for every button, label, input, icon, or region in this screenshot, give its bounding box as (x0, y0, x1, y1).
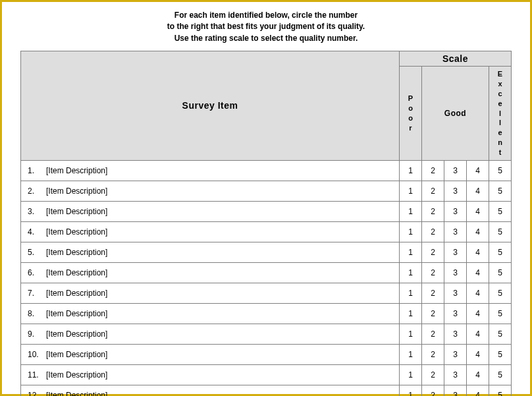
item-number: 9. (28, 329, 46, 339)
rating-cell[interactable]: 1 (400, 303, 422, 324)
item-cell: 8.[Item Description] (21, 303, 400, 324)
rating-cell[interactable]: 4 (467, 364, 489, 385)
item-cell: 4.[Item Description] (21, 221, 400, 242)
rating-cell[interactable]: 2 (422, 262, 444, 283)
instruction-line: Use the rating scale to select the quali… (174, 34, 358, 43)
rating-cell[interactable]: 3 (444, 283, 467, 303)
rating-cell[interactable]: 1 (400, 201, 422, 221)
table-row: 9.[Item Description]12345 (21, 324, 512, 344)
rating-cell[interactable]: 2 (422, 303, 444, 324)
instruction-line: to the right that best fits your judgmen… (167, 22, 365, 31)
rating-cell[interactable]: 3 (444, 385, 467, 396)
rating-cell[interactable]: 3 (444, 242, 467, 262)
rating-cell[interactable]: 4 (467, 201, 489, 221)
rating-cell[interactable]: 5 (489, 262, 512, 283)
rating-cell[interactable]: 5 (489, 344, 512, 364)
rating-cell[interactable]: 2 (422, 160, 444, 181)
rating-cell[interactable]: 4 (467, 283, 489, 303)
rating-cell[interactable]: 3 (444, 160, 467, 181)
rating-cell[interactable]: 2 (422, 221, 444, 242)
table-row: 7.[Item Description]12345 (21, 283, 512, 303)
item-cell: 11.[Item Description] (21, 364, 400, 385)
rating-cell[interactable]: 1 (400, 324, 422, 344)
survey-page: For each item identified below, circle t… (0, 0, 532, 396)
rating-cell[interactable]: 4 (467, 221, 489, 242)
rating-cell[interactable]: 4 (467, 385, 489, 396)
survey-table: Survey Item Scale Poor Good Excellent 1.… (20, 51, 512, 396)
rating-cell[interactable]: 5 (489, 364, 512, 385)
item-description: [Item Description] (46, 350, 107, 359)
item-number: 10. (28, 350, 46, 359)
table-row: 6.[Item Description]12345 (21, 262, 512, 283)
rating-cell[interactable]: 4 (467, 303, 489, 324)
item-description: [Item Description] (46, 391, 107, 396)
instruction-line: For each item identified below, circle t… (174, 11, 358, 20)
rating-cell[interactable]: 2 (422, 181, 444, 201)
table-row: 8.[Item Description]12345 (21, 303, 512, 324)
rating-cell[interactable]: 5 (489, 201, 512, 221)
rating-cell[interactable]: 2 (422, 324, 444, 344)
item-cell: 3.[Item Description] (21, 201, 400, 221)
rating-cell[interactable]: 3 (444, 344, 467, 364)
item-cell: 6.[Item Description] (21, 262, 400, 283)
rating-cell[interactable]: 4 (467, 181, 489, 201)
header-poor-text: Poor (400, 94, 421, 132)
rating-cell[interactable]: 5 (489, 283, 512, 303)
rating-cell[interactable]: 5 (489, 303, 512, 324)
rating-cell[interactable]: 2 (422, 344, 444, 364)
rating-cell[interactable]: 5 (489, 160, 512, 181)
table-row: 10.[Item Description]12345 (21, 344, 512, 364)
item-description: [Item Description] (46, 370, 107, 380)
rating-cell[interactable]: 3 (444, 201, 467, 221)
item-description: [Item Description] (46, 309, 107, 318)
rating-cell[interactable]: 4 (467, 262, 489, 283)
rating-cell[interactable]: 1 (400, 385, 422, 396)
rating-cell[interactable]: 4 (467, 324, 489, 344)
item-description: [Item Description] (46, 186, 107, 196)
item-number: 8. (28, 309, 46, 318)
rating-cell[interactable]: 4 (467, 160, 489, 181)
table-row: 2.[Item Description]12345 (21, 181, 512, 201)
instructions-block: For each item identified below, circle t… (20, 10, 512, 44)
item-description: [Item Description] (46, 248, 107, 257)
rating-cell[interactable]: 1 (400, 364, 422, 385)
item-number: 1. (28, 166, 46, 175)
item-number: 3. (28, 207, 46, 216)
rating-cell[interactable]: 5 (489, 385, 512, 396)
rating-cell[interactable]: 1 (400, 221, 422, 242)
header-scale: Scale (400, 51, 512, 67)
rating-cell[interactable]: 3 (444, 221, 467, 242)
header-good: Good (422, 67, 489, 161)
header-poor: Poor (400, 67, 422, 161)
rating-cell[interactable]: 2 (422, 364, 444, 385)
item-description: [Item Description] (46, 166, 107, 175)
header-excellent: Excellent (489, 67, 512, 161)
rating-cell[interactable]: 1 (400, 242, 422, 262)
item-cell: 12.[Item Description] (21, 385, 400, 396)
rating-cell[interactable]: 1 (400, 262, 422, 283)
rating-cell[interactable]: 1 (400, 160, 422, 181)
item-number: 12. (28, 391, 46, 396)
rating-cell[interactable]: 3 (444, 303, 467, 324)
rating-cell[interactable]: 3 (444, 324, 467, 344)
rating-cell[interactable]: 2 (422, 283, 444, 303)
rating-cell[interactable]: 1 (400, 181, 422, 201)
rating-cell[interactable]: 2 (422, 385, 444, 396)
rating-cell[interactable]: 1 (400, 283, 422, 303)
rating-cell[interactable]: 4 (467, 242, 489, 262)
item-number: 2. (28, 186, 46, 196)
item-description: [Item Description] (46, 289, 107, 298)
rating-cell[interactable]: 3 (444, 364, 467, 385)
rating-cell[interactable]: 2 (422, 242, 444, 262)
rating-cell[interactable]: 4 (467, 344, 489, 364)
rating-cell[interactable]: 2 (422, 201, 444, 221)
rating-cell[interactable]: 5 (489, 221, 512, 242)
rating-cell[interactable]: 5 (489, 242, 512, 262)
rating-cell[interactable]: 5 (489, 181, 512, 201)
item-number: 11. (28, 370, 46, 380)
rating-cell[interactable]: 3 (444, 181, 467, 201)
header-survey-item: Survey Item (21, 51, 400, 161)
rating-cell[interactable]: 1 (400, 344, 422, 364)
rating-cell[interactable]: 5 (489, 324, 512, 344)
rating-cell[interactable]: 3 (444, 262, 467, 283)
